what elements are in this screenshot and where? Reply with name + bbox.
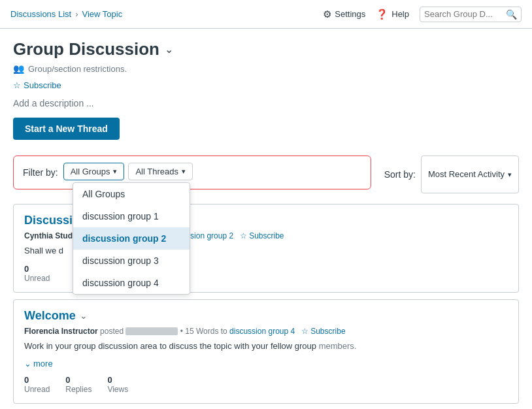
gear-icon: ⚙ xyxy=(323,8,331,20)
sort-label: Sort by: xyxy=(384,159,416,189)
breadcrumb-current: View Topic xyxy=(82,9,123,19)
stat-unread: 0 Unread xyxy=(24,264,50,283)
filter-bar: Filter by: All Groups ▾ All Threads ▾ Al… xyxy=(13,155,371,189)
sort-option: Most Recent Activity xyxy=(428,159,505,189)
page-title: Group Discussion xyxy=(13,39,159,59)
stat-replies: 0 Replies xyxy=(65,375,91,394)
sort-chevron-icon: ▾ xyxy=(508,159,512,189)
all-groups-label: All Groups xyxy=(71,167,110,176)
dropdown-item-group4[interactable]: discussion group 4 xyxy=(73,272,190,294)
subscribe-label: Subscribe xyxy=(24,80,61,90)
stat-views: 0 Views xyxy=(107,375,128,394)
sort-by-area: Sort by: Most Recent Activity ▾ xyxy=(371,155,519,193)
dropdown-item-group2[interactable]: discussion group 2 xyxy=(73,227,190,250)
page-title-row: Group Discussion ⌄ xyxy=(13,39,519,59)
more-label: more xyxy=(33,359,53,368)
search-icon[interactable]: 🔍 xyxy=(506,9,517,20)
all-threads-dropdown-btn[interactable]: All Threads ▾ xyxy=(128,163,193,180)
thread-title-chevron-icon[interactable]: ⌄ xyxy=(80,310,88,321)
help-icon: ❓ xyxy=(376,8,388,20)
thread-author: Florencia Instructor xyxy=(24,327,98,336)
replies-value: 0 xyxy=(65,375,91,385)
sort-select[interactable]: Most Recent Activity ▾ xyxy=(421,155,519,193)
breadcrumb: Discussions List › View Topic xyxy=(10,9,122,19)
breadcrumb-discussions-link[interactable]: Discussions List xyxy=(10,9,71,19)
views-label: Views xyxy=(107,385,128,394)
threads-chevron-icon: ▾ xyxy=(182,167,186,176)
star-icon: ☆ xyxy=(13,80,21,90)
unread-value: 0 xyxy=(24,375,50,385)
star-icon-small: ☆ xyxy=(301,327,308,336)
breadcrumb-separator: › xyxy=(75,9,78,19)
page-wrapper: Group Discussion ⌄ 👥 Group/section restr… xyxy=(0,29,532,409)
description-text: Add a description ... xyxy=(13,98,519,108)
unread-label: Unread xyxy=(24,274,50,283)
unread-value: 0 xyxy=(24,264,50,274)
thread-title-row: Welcome ⌄ xyxy=(24,309,508,323)
thread-subscribe-link[interactable]: ☆ Subscribe xyxy=(240,231,284,240)
thread-preview: Work in your group discussion area to di… xyxy=(24,340,508,353)
all-groups-dropdown-btn[interactable]: All Groups ▾ xyxy=(63,163,125,180)
restrictions-row: 👥 Group/section restrictions. xyxy=(13,63,519,74)
thread-subscribe-link[interactable]: ☆ Subscribe xyxy=(301,327,345,336)
help-label: Help xyxy=(391,9,409,19)
search-input[interactable] xyxy=(424,9,503,19)
topbar-right: ⚙ Settings ❓ Help 🔍 xyxy=(323,7,522,22)
settings-label: Settings xyxy=(335,9,365,19)
views-value: 0 xyxy=(107,375,128,385)
filter-label: Filter by: xyxy=(23,163,58,182)
chevron-down-more-icon: ⌄ xyxy=(24,359,31,368)
page-title-chevron-icon[interactable]: ⌄ xyxy=(165,43,173,56)
stat-unread: 0 Unread xyxy=(24,375,50,394)
topbar: Discussions List › View Topic ⚙ Settings… xyxy=(0,0,532,29)
thread-subscribe-label: Subscribe xyxy=(249,231,284,240)
settings-link[interactable]: ⚙ Settings xyxy=(323,8,365,20)
all-threads-label: All Threads xyxy=(135,167,178,176)
replies-label: Replies xyxy=(65,385,91,394)
dropdown-item-group3[interactable]: discussion group 3 xyxy=(73,250,190,272)
thread-stats: 0 Unread 0 Replies 0 Views xyxy=(24,375,508,394)
thread-subscribe-label: Subscribe xyxy=(310,327,345,336)
help-link[interactable]: ❓ Help xyxy=(376,8,409,20)
search-box: 🔍 xyxy=(420,7,522,22)
star-icon-small: ☆ xyxy=(240,231,247,240)
restrictions-text: Group/section restrictions. xyxy=(28,64,127,74)
dropdown-item-group1[interactable]: discussion group 1 xyxy=(73,205,190,227)
dropdown-item-all-groups[interactable]: All Groups xyxy=(73,183,190,205)
thread-group-link[interactable]: discussion group 4 xyxy=(229,327,295,336)
subscribe-link[interactable]: ☆ Subscribe xyxy=(13,80,519,90)
thread-meta: Florencia Instructor posted • 15 Words t… xyxy=(24,327,508,336)
groups-chevron-icon: ▾ xyxy=(113,167,117,176)
thread-title-link[interactable]: Welcome xyxy=(24,309,76,323)
unread-label: Unread xyxy=(24,385,50,394)
group-icon: 👥 xyxy=(13,63,24,74)
thread-item: Welcome ⌄ Florencia Instructor posted • … xyxy=(13,299,519,404)
groups-dropdown-menu: All Groups discussion group 1 discussion… xyxy=(73,182,190,295)
new-thread-button[interactable]: Start a New Thread xyxy=(13,118,120,140)
thread-author: Cynthia Stude xyxy=(24,231,77,240)
page-header: Group Discussion ⌄ 👥 Group/section restr… xyxy=(0,29,532,155)
more-link[interactable]: ⌄ more xyxy=(24,359,508,368)
